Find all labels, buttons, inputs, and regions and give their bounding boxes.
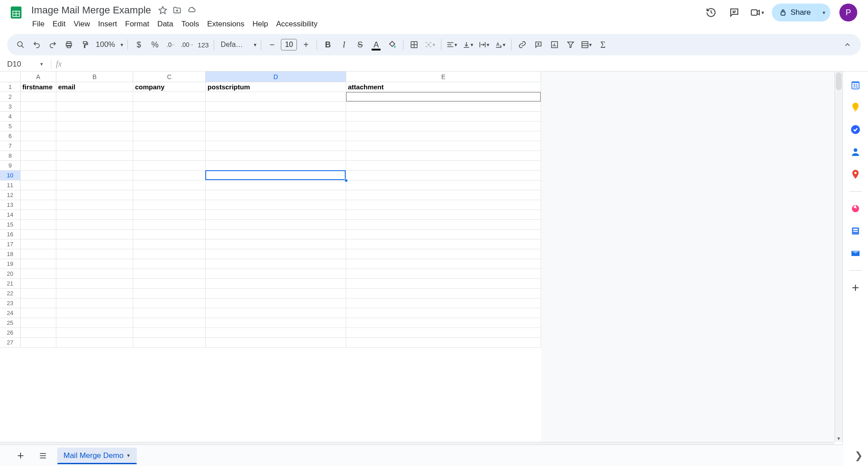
all-sheets-icon[interactable] <box>35 448 51 464</box>
row-header-8[interactable]: 8 <box>0 151 21 161</box>
cell-A3[interactable] <box>21 102 56 112</box>
maps-icon[interactable] <box>849 168 862 181</box>
cell-E2[interactable] <box>346 92 541 102</box>
sheets-logo[interactable] <box>7 4 25 21</box>
cell-A26[interactable] <box>21 328 56 338</box>
undo-icon[interactable] <box>30 38 44 52</box>
cell-C10[interactable] <box>133 171 206 181</box>
cell-C15[interactable] <box>133 220 206 230</box>
cell-E8[interactable] <box>346 151 541 161</box>
cell-D24[interactable] <box>206 308 346 318</box>
share-button[interactable]: Share <box>772 4 818 21</box>
cell-E17[interactable] <box>346 239 541 249</box>
percent-icon[interactable]: % <box>148 38 162 52</box>
cell-A11[interactable] <box>21 181 56 190</box>
cell-B19[interactable] <box>56 259 133 269</box>
cell-C5[interactable] <box>133 122 206 131</box>
cell-E11[interactable] <box>346 181 541 190</box>
row-header-27[interactable]: 27 <box>0 338 21 348</box>
cell-A14[interactable] <box>21 210 56 220</box>
cell-B10[interactable] <box>56 171 133 181</box>
vertical-align-icon[interactable]: ▼ <box>461 38 475 52</box>
cell-A15[interactable] <box>21 220 56 230</box>
cell-B17[interactable] <box>56 239 133 249</box>
row-header-17[interactable]: 17 <box>0 239 21 249</box>
cell-C16[interactable] <box>133 230 206 239</box>
cell-B12[interactable] <box>56 190 133 200</box>
cell-B22[interactable] <box>56 289 133 298</box>
cell-B13[interactable] <box>56 200 133 210</box>
cell-A19[interactable] <box>21 259 56 269</box>
cell-B18[interactable] <box>56 249 133 259</box>
cell-C8[interactable] <box>133 151 206 161</box>
menu-tools[interactable]: Tools <box>178 18 203 30</box>
account-avatar[interactable]: P <box>839 4 857 21</box>
cell-C9[interactable] <box>133 161 206 171</box>
cell-D5[interactable] <box>206 122 346 131</box>
cell-D21[interactable] <box>206 279 346 289</box>
cell-C27[interactable] <box>133 338 206 348</box>
cell-C1[interactable]: company <box>133 82 206 92</box>
collapse-toolbar-icon[interactable] <box>840 38 855 52</box>
star-icon[interactable] <box>157 5 168 16</box>
cell-A23[interactable] <box>21 298 56 308</box>
row-header-13[interactable]: 13 <box>0 200 21 210</box>
cell-E20[interactable] <box>346 269 541 279</box>
row-header-18[interactable]: 18 <box>0 249 21 259</box>
borders-icon[interactable] <box>407 38 421 52</box>
move-icon[interactable] <box>172 5 182 16</box>
cell-C11[interactable] <box>133 181 206 190</box>
cell-B6[interactable] <box>56 131 133 141</box>
get-addons-icon[interactable]: + <box>849 281 862 294</box>
column-header-C[interactable]: C <box>133 71 206 82</box>
cell-C7[interactable] <box>133 141 206 151</box>
cell-B20[interactable] <box>56 269 133 279</box>
cell-D7[interactable] <box>206 141 346 151</box>
tasks-icon[interactable] <box>849 123 862 136</box>
cell-C26[interactable] <box>133 328 206 338</box>
scroll-down-icon[interactable]: ▼ <box>835 435 843 442</box>
cell-C12[interactable] <box>133 190 206 200</box>
cell-E13[interactable] <box>346 200 541 210</box>
cell-C19[interactable] <box>133 259 206 269</box>
cell-C17[interactable] <box>133 239 206 249</box>
sheet-tab-menu-icon[interactable]: ▼ <box>126 453 131 458</box>
cell-A13[interactable] <box>21 200 56 210</box>
cell-A18[interactable] <box>21 249 56 259</box>
cell-B7[interactable] <box>56 141 133 151</box>
explore-nav-icon[interactable]: ❯ <box>855 450 863 462</box>
cell-E12[interactable] <box>346 190 541 200</box>
spreadsheet-grid[interactable]: ABCDE 1234567891011121314151617181920212… <box>0 71 843 450</box>
cell-B5[interactable] <box>56 122 133 131</box>
addon1-icon[interactable] <box>849 202 862 215</box>
cell-A7[interactable] <box>21 141 56 151</box>
redo-icon[interactable] <box>46 38 60 52</box>
italic-icon[interactable]: I <box>337 38 351 52</box>
share-dropdown[interactable]: ▼ <box>818 4 830 21</box>
row-header-16[interactable]: 16 <box>0 230 21 239</box>
cell-B27[interactable] <box>56 338 133 348</box>
merge-cells-icon[interactable]: ▼ <box>423 38 437 52</box>
row-header-21[interactable]: 21 <box>0 279 21 289</box>
cell-C24[interactable] <box>133 308 206 318</box>
row-header-20[interactable]: 20 <box>0 269 21 279</box>
cloud-status-icon[interactable] <box>186 5 197 16</box>
cell-D25[interactable] <box>206 318 346 328</box>
row-header-1[interactable]: 1 <box>0 82 21 92</box>
name-box[interactable]: D10 ▼ <box>4 60 47 69</box>
cell-D14[interactable] <box>206 210 346 220</box>
row-header-23[interactable]: 23 <box>0 298 21 308</box>
sheet-tab-active[interactable]: Mail Merge Demo ▼ <box>57 448 137 464</box>
cell-B8[interactable] <box>56 151 133 161</box>
cell-D15[interactable] <box>206 220 346 230</box>
cell-B25[interactable] <box>56 318 133 328</box>
cell-E16[interactable] <box>346 230 541 239</box>
filter-views-icon[interactable]: ▼ <box>580 38 594 52</box>
keep-icon[interactable] <box>849 101 862 113</box>
row-header-25[interactable]: 25 <box>0 318 21 328</box>
cell-D8[interactable] <box>206 151 346 161</box>
cell-E22[interactable] <box>346 289 541 298</box>
font-size-input[interactable]: 10 <box>281 39 297 50</box>
comments-icon[interactable] <box>725 4 743 21</box>
cell-E14[interactable] <box>346 210 541 220</box>
